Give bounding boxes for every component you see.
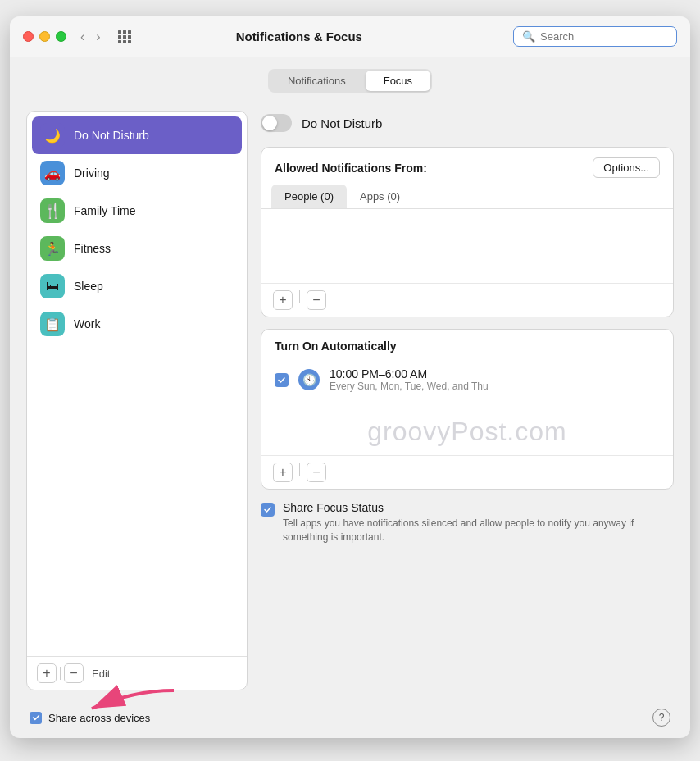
driving-icon: 🚗 — [40, 161, 65, 185]
auto-footer-divider — [299, 463, 300, 476]
main-content: 🌙 Do Not Disturb 🚗 Driving 🍴 Family Time… — [10, 101, 690, 700]
share-devices-checkbox[interactable] — [30, 712, 42, 724]
right-panel: Do Not Disturb Allowed Notifications Fro… — [261, 111, 674, 690]
back-button[interactable]: ‹ — [76, 28, 89, 46]
share-focus-section: Share Focus Status Tell apps you have no… — [261, 501, 674, 545]
add-notification-button[interactable]: + — [273, 290, 293, 310]
tab-notifications[interactable]: Notifications — [270, 71, 364, 91]
search-box[interactable]: 🔍 — [513, 26, 677, 47]
bottom-bar: Share across devices ? — [10, 700, 690, 738]
sidebar-label-driving: Driving — [74, 166, 110, 180]
toggle-row: Do Not Disturb — [261, 111, 674, 135]
apps-tab[interactable]: Apps (0) — [347, 185, 413, 208]
notification-tabs: People (0) Apps (0) — [261, 185, 673, 209]
fitness-icon: 🏃 — [40, 236, 65, 261]
share-focus-description: Tell apps you have notifications silence… — [283, 517, 674, 545]
auto-card: Turn On Automatically 🕙 10:00 PM–6:00 AM… — [261, 329, 674, 490]
auto-header: Turn On Automatically — [261, 330, 673, 359]
allowed-notifications-footer: + − — [261, 283, 673, 317]
do-not-disturb-toggle[interactable] — [261, 114, 292, 132]
sidebar-list: 🌙 Do Not Disturb 🚗 Driving 🍴 Family Time… — [27, 112, 247, 656]
sidebar-label-fitness: Fitness — [74, 242, 111, 255]
people-tab[interactable]: People (0) — [271, 185, 347, 208]
options-button[interactable]: Options... — [593, 157, 660, 178]
add-focus-button[interactable]: + — [37, 663, 57, 683]
tabs-container: Notifications Focus — [268, 69, 432, 93]
auto-footer: + − — [261, 455, 673, 489]
sidebar-item-family-time[interactable]: 🍴 Family Time — [32, 192, 242, 230]
edit-focus-button[interactable]: Edit — [87, 666, 115, 681]
remove-focus-button[interactable]: − — [64, 663, 84, 683]
share-focus-text: Share Focus Status Tell apps you have no… — [283, 501, 674, 545]
auto-checkbox[interactable] — [275, 373, 289, 387]
sidebar-item-work[interactable]: 📋 Work — [32, 305, 242, 343]
allowed-notifications-title: Allowed Notifications From: — [275, 162, 427, 175]
sidebar-item-sleep[interactable]: 🛏 Sleep — [32, 267, 242, 305]
window-title: Notifications & Focus — [95, 30, 503, 43]
share-devices-checkmark-icon — [32, 713, 40, 722]
sidebar-item-do-not-disturb[interactable]: 🌙 Do Not Disturb — [32, 116, 242, 154]
search-icon: 🔍 — [522, 30, 535, 43]
toggle-label: Do Not Disturb — [302, 116, 382, 130]
checkmark-icon — [277, 376, 286, 385]
share-focus-title: Share Focus Status — [283, 501, 674, 514]
close-button[interactable] — [23, 31, 34, 42]
minimize-button[interactable] — [39, 31, 50, 42]
auto-days: Every Sun, Mon, Tue, Wed, and Thu — [330, 380, 489, 392]
title-bar: ‹ › Notifications & Focus 🔍 — [10, 16, 690, 57]
sidebar-label-work: Work — [74, 317, 100, 330]
allowed-notifications-header: Allowed Notifications From: Options... — [261, 148, 673, 185]
allowed-notifications-card: Allowed Notifications From: Options... P… — [261, 147, 674, 317]
watermark: groovyPost.com — [261, 400, 673, 455]
sidebar-label-do-not-disturb: Do Not Disturb — [74, 129, 149, 142]
add-schedule-button[interactable]: + — [273, 463, 293, 482]
sleep-icon: 🛏 — [40, 274, 65, 298]
arrow-annotation — [67, 684, 182, 723]
search-input[interactable] — [540, 30, 668, 43]
auto-title: Turn On Automatically — [275, 339, 397, 353]
remove-schedule-button[interactable]: − — [307, 463, 326, 482]
auto-time: 10:00 PM–6:00 AM — [330, 367, 489, 380]
auto-schedule-item[interactable]: 🕙 10:00 PM–6:00 AM Every Sun, Mon, Tue, … — [261, 359, 673, 400]
do-not-disturb-icon: 🌙 — [40, 123, 65, 148]
clock-icon: 🕙 — [298, 369, 320, 390]
divider — [60, 667, 61, 680]
family-time-icon: 🍴 — [40, 198, 65, 223]
tab-focus[interactable]: Focus — [366, 71, 430, 91]
remove-notification-button[interactable]: − — [307, 290, 326, 310]
notifications-empty-area — [261, 209, 673, 283]
sidebar-item-fitness[interactable]: 🏃 Fitness — [32, 230, 242, 267]
share-focus-checkmark-icon — [263, 505, 272, 514]
help-button[interactable]: ? — [652, 709, 670, 727]
auto-item-text: 10:00 PM–6:00 AM Every Sun, Mon, Tue, We… — [330, 367, 489, 392]
tabs-row: Notifications Focus — [10, 57, 690, 101]
footer-divider — [299, 290, 300, 303]
share-focus-checkbox[interactable] — [261, 503, 275, 517]
traffic-lights — [23, 31, 66, 42]
sidebar: 🌙 Do Not Disturb 🚗 Driving 🍴 Family Time… — [26, 111, 248, 690]
work-icon: 📋 — [40, 312, 65, 336]
sidebar-label-family-time: Family Time — [74, 204, 135, 217]
maximize-button[interactable] — [56, 31, 66, 42]
sidebar-item-driving[interactable]: 🚗 Driving — [32, 154, 242, 192]
sidebar-label-sleep: Sleep — [74, 280, 103, 293]
